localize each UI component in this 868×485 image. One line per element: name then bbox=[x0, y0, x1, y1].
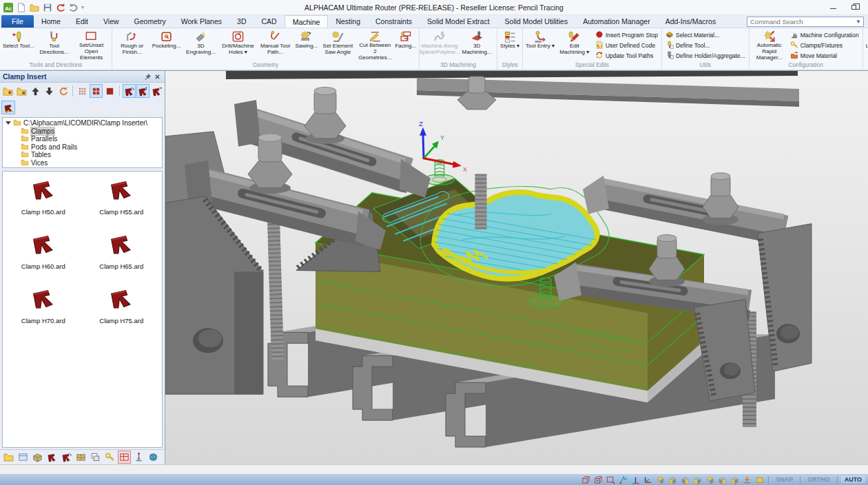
tab-nesting[interactable]: Nesting bbox=[328, 15, 368, 28]
tab-box-icon[interactable] bbox=[31, 451, 44, 464]
update-tool-paths-button[interactable]: Update Tool Paths bbox=[593, 51, 660, 61]
restore-button[interactable] bbox=[850, 3, 858, 12]
sawing-button[interactable]: Sawing... bbox=[293, 29, 319, 61]
facing-button[interactable]: Facing... bbox=[393, 29, 417, 61]
clamp-orientation-3-button[interactable] bbox=[150, 84, 163, 98]
tab-folders-icon[interactable] bbox=[2, 451, 15, 464]
3d-machining-button[interactable]: 3D Machining... bbox=[458, 29, 495, 61]
save-icon[interactable] bbox=[42, 2, 53, 13]
tab-solid-model-extract[interactable]: Solid Model Extract bbox=[420, 15, 497, 28]
list-item-clamp-h60[interactable]: Clamp H60.ard bbox=[4, 230, 83, 285]
scene-3d[interactable]: Z Y X bbox=[165, 71, 868, 464]
undo-icon[interactable] bbox=[55, 2, 66, 13]
insert-program-stop-button[interactable]: Insert Program Stop bbox=[593, 30, 660, 40]
set-element-saw-angle-button[interactable]: Set Element Saw Angle bbox=[319, 29, 356, 61]
tab-cad[interactable]: CAD bbox=[254, 15, 285, 28]
move-up-button[interactable] bbox=[29, 84, 42, 98]
tree-item-vices[interactable]: Vices bbox=[3, 159, 162, 167]
auto-toggle[interactable]: AUTO bbox=[841, 476, 865, 483]
add-folder-button[interactable] bbox=[1, 84, 14, 98]
drill-machine-holes-button[interactable]: Drill/Machine Holes ▾ bbox=[219, 29, 256, 61]
tab-addins-macros[interactable]: Add-Ins/Macros bbox=[658, 15, 724, 28]
tab-layers-icon[interactable] bbox=[89, 451, 102, 464]
define-holder-aggregate-button[interactable]: Define Holder/Aggregate... bbox=[663, 51, 747, 61]
tab-geometry[interactable]: Geometry bbox=[127, 15, 174, 28]
tab-key-icon[interactable] bbox=[103, 451, 116, 464]
clamp-orientation-1-button[interactable] bbox=[123, 84, 136, 98]
tab-drawer-icon[interactable] bbox=[74, 451, 87, 464]
tab-home[interactable]: Home bbox=[34, 15, 68, 28]
tab-constraints[interactable]: Constraints bbox=[368, 15, 420, 28]
select-material-button[interactable]: Select Material... bbox=[663, 30, 747, 40]
list-item-clamp-h65[interactable]: Clamp H65.ard bbox=[83, 230, 161, 285]
command-search-input[interactable] bbox=[747, 18, 856, 25]
view-iso-5-icon[interactable] bbox=[705, 475, 715, 484]
cut-between-2-geometries-button[interactable]: Cut Between 2 Geometries... bbox=[356, 29, 393, 61]
chevron-down-icon[interactable] bbox=[6, 121, 11, 125]
minimize-button[interactable] bbox=[829, 3, 838, 12]
view-list-button[interactable] bbox=[103, 84, 116, 98]
tab-view[interactable]: View bbox=[96, 15, 127, 28]
command-search-caret-icon[interactable]: ▼ bbox=[856, 19, 863, 25]
view-iso-2-icon[interactable] bbox=[668, 475, 678, 484]
list-item-clamp-h75[interactable]: Clamp H75.ard bbox=[83, 285, 161, 339]
tool-down-icon[interactable] bbox=[742, 475, 752, 484]
clamp-insert-mode-button[interactable] bbox=[1, 101, 15, 114]
tab-globe-icon[interactable] bbox=[147, 451, 160, 464]
open-file-icon[interactable] bbox=[29, 2, 40, 13]
styles-button[interactable]: Styles ▾ bbox=[499, 29, 521, 61]
machine-configuration-button[interactable]: Machine Configuration bbox=[788, 30, 861, 40]
tab-3d[interactable]: 3D bbox=[229, 15, 254, 28]
viewport-3d[interactable]: Z Y X bbox=[165, 71, 868, 464]
manual-tool-path-button[interactable]: Manual Tool Path... bbox=[256, 29, 293, 61]
view-iso-4-icon[interactable] bbox=[692, 475, 703, 484]
move-down-button[interactable] bbox=[43, 84, 56, 98]
view-iso-3-icon[interactable] bbox=[680, 475, 690, 484]
clamps-fixtures-button[interactable]: Clamps/Fixtures bbox=[788, 41, 861, 50]
view-small-icons-button[interactable] bbox=[76, 84, 89, 98]
list-item-clamp-h50[interactable]: Clamp H50.ard bbox=[4, 176, 83, 230]
clamp-orientation-2-button[interactable] bbox=[136, 84, 149, 98]
tab-work-planes[interactable]: Work Planes bbox=[174, 15, 229, 28]
view-large-icons-button[interactable] bbox=[90, 84, 103, 98]
set-unset-open-elements-button[interactable]: Set/Unset Open Elements bbox=[73, 29, 110, 61]
automatic-rapid-manager-button[interactable]: Automatic Rapid Manager... bbox=[751, 29, 788, 61]
tab-clamp-icon[interactable] bbox=[45, 451, 59, 464]
tab-window-icon[interactable] bbox=[17, 451, 30, 464]
qat-dropdown-icon[interactable]: ▾ bbox=[81, 4, 84, 10]
snap-toggle[interactable]: SNAP bbox=[772, 476, 796, 483]
move-material-button[interactable]: Move Material bbox=[788, 51, 861, 61]
refresh-button[interactable] bbox=[56, 84, 70, 98]
view-iso-6-icon[interactable] bbox=[717, 475, 727, 484]
list-item-clamp-h70[interactable]: Clamp H70.ard bbox=[4, 285, 83, 339]
ortho-toggle[interactable]: ORTHO bbox=[804, 476, 834, 483]
tab-solid-model-utilities[interactable]: Solid Model Utilities bbox=[497, 15, 576, 28]
define-tool-button[interactable]: Define Tool... bbox=[663, 41, 747, 50]
new-document-icon[interactable] bbox=[16, 2, 27, 13]
rough-finish-button[interactable]: Rough or Finish... bbox=[114, 29, 151, 61]
view-rotate-icon[interactable] bbox=[593, 475, 603, 484]
work-plane-icon[interactable] bbox=[754, 475, 765, 484]
select-polyline-icon[interactable] bbox=[618, 475, 628, 484]
machine-along-spline-button[interactable]: Machine Along Spline/Polyline... bbox=[421, 29, 458, 61]
list-item-clamp-h55[interactable]: Clamp H55.ard bbox=[83, 176, 161, 230]
remove-folder-button[interactable] bbox=[15, 84, 28, 98]
pin-icon[interactable] bbox=[143, 72, 152, 81]
user-defined-code-button[interactable]: User Defined Code bbox=[593, 41, 660, 50]
close-icon[interactable] bbox=[152, 72, 162, 81]
tool-entry-button[interactable]: Tool Entry ▾ bbox=[524, 29, 556, 61]
axes-3d-icon[interactable] bbox=[630, 475, 641, 484]
tab-clamp-insert-icon[interactable] bbox=[60, 451, 73, 464]
pocketing-button[interactable]: Pocketing... bbox=[151, 29, 183, 61]
view-home-icon[interactable] bbox=[581, 475, 591, 484]
redo-icon[interactable] bbox=[68, 2, 79, 13]
tab-table-icon[interactable] bbox=[118, 451, 131, 464]
tab-automation-manager[interactable]: Automation Manager bbox=[575, 15, 657, 28]
tab-file[interactable]: File bbox=[1, 15, 34, 28]
tab-machine[interactable]: Machine bbox=[285, 15, 329, 28]
axes-flat-icon[interactable] bbox=[643, 475, 653, 484]
view-iso-1-icon[interactable] bbox=[655, 475, 665, 484]
tool-directions-button[interactable]: Tool Directions... bbox=[36, 29, 73, 61]
zoom-window-icon[interactable] bbox=[606, 475, 616, 484]
view-iso-7-icon[interactable] bbox=[730, 475, 740, 484]
